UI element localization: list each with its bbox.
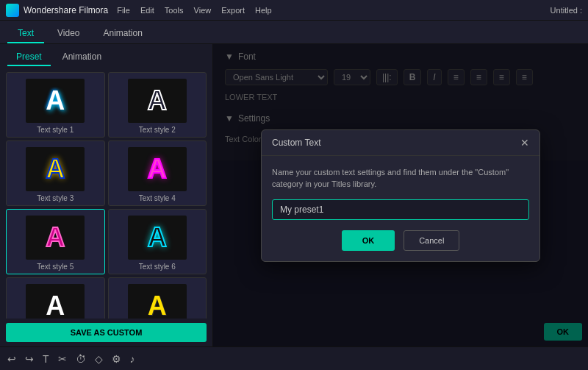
diamond-button[interactable]: ◇: [95, 353, 103, 365]
tab-video[interactable]: Video: [47, 24, 90, 43]
style-item-8[interactable]: A Text style 8: [108, 277, 207, 319]
style-preview-4: A: [128, 147, 187, 191]
redo-button[interactable]: ↪: [25, 353, 34, 365]
style-item-7[interactable]: A Text style 7: [6, 277, 105, 319]
bottom-toolbar: ↩ ↪ T ✂ ⏱ ◇ ⚙ ♪: [0, 346, 588, 370]
title-bar: Wondershare Filmora File Edit Tools View…: [0, 0, 588, 21]
menu-export[interactable]: Export: [221, 6, 245, 15]
menu-bar: File Edit Tools View Export Help: [117, 6, 271, 15]
dialog-body: Name your custom text settings and find …: [262, 156, 539, 261]
style-preview-7: A: [26, 284, 85, 319]
undo-button[interactable]: ↩: [7, 353, 16, 365]
style-grid: A Text style 1 A Text style 2 A Text sty…: [0, 66, 212, 319]
custom-text-dialog: Custom Text ✕ Name your custom text sett…: [261, 129, 540, 262]
style-preview-1: A: [26, 79, 85, 123]
style-item-6[interactable]: A Text style 6: [108, 209, 207, 274]
app-name: Wondershare Filmora: [24, 5, 108, 15]
menu-help[interactable]: Help: [255, 6, 272, 15]
menu-file[interactable]: File: [117, 6, 130, 15]
style-preview-5: A: [26, 216, 85, 260]
dialog-title: Custom Text: [272, 138, 320, 148]
cut-button[interactable]: ✂: [58, 353, 67, 365]
preset-tab-preset[interactable]: Preset: [7, 49, 51, 66]
main-tab-bar: Text Video Animation: [0, 21, 588, 44]
app-logo: Wondershare Filmora: [6, 4, 108, 17]
menu-tools[interactable]: Tools: [165, 6, 184, 15]
style-item-4[interactable]: A Text style 4: [108, 140, 207, 206]
style-item-1[interactable]: A Text style 1: [6, 72, 105, 138]
audio-button[interactable]: ♪: [130, 353, 135, 365]
style-label-6: Text style 6: [139, 263, 176, 271]
dialog-cancel-button[interactable]: Cancel: [404, 230, 459, 251]
text-tool-button[interactable]: T: [43, 353, 49, 365]
style-preview-6: A: [128, 216, 187, 260]
style-preview-2: A: [128, 79, 187, 123]
style-preview-8: A: [128, 284, 187, 319]
dialog-buttons: OK Cancel: [272, 230, 529, 251]
title-bar-left: Wondershare Filmora File Edit Tools View…: [6, 4, 272, 17]
window-title: Untitled :: [551, 6, 582, 15]
style-label-5: Text style 5: [37, 263, 74, 271]
dialog-close-button[interactable]: ✕: [520, 138, 529, 148]
dialog-preset-name-input[interactable]: [272, 199, 529, 220]
preset-tab-animation[interactable]: Animation: [54, 49, 110, 66]
menu-edit[interactable]: Edit: [140, 6, 154, 15]
dialog-overlay: Custom Text ✕ Name your custom text sett…: [213, 44, 588, 346]
save-as-custom-button[interactable]: SAVE AS CUSTOM: [6, 323, 207, 342]
app-logo-icon: [6, 4, 19, 17]
left-panel: Preset Animation A Text style 1 A Text s…: [0, 44, 213, 346]
timer-button[interactable]: ⏱: [76, 353, 86, 365]
menu-view[interactable]: View: [194, 6, 212, 15]
dialog-header: Custom Text ✕: [262, 130, 539, 156]
style-label-4: Text style 4: [139, 194, 176, 202]
settings-button[interactable]: ⚙: [112, 353, 121, 365]
style-preview-3: A: [26, 147, 85, 191]
preset-tab-bar: Preset Animation: [0, 44, 212, 66]
tab-animation[interactable]: Animation: [93, 24, 153, 43]
dialog-ok-button[interactable]: OK: [342, 230, 395, 251]
style-item-5[interactable]: A Text style 5: [6, 209, 105, 274]
style-item-2[interactable]: A Text style 2: [108, 72, 207, 138]
tab-text[interactable]: Text: [7, 24, 44, 43]
style-label-2: Text style 2: [139, 126, 176, 134]
dialog-description: Name your custom text settings and find …: [272, 166, 529, 191]
style-label-1: Text style 1: [37, 126, 74, 134]
style-label-3: Text style 3: [37, 194, 74, 202]
style-item-3[interactable]: A Text style 3: [6, 140, 105, 206]
